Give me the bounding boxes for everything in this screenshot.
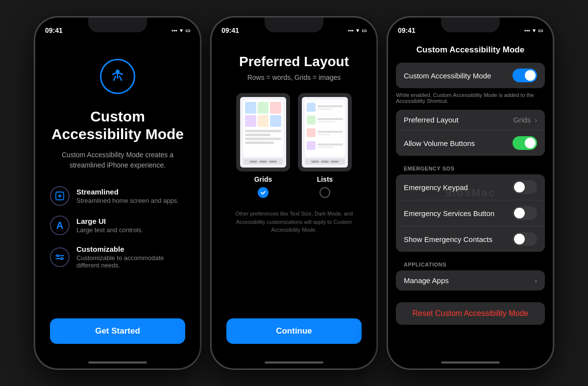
emergency-keypad-label: Emergency Keypad — [404, 183, 468, 192]
emergency-section-header: EMERGENCY SOS — [388, 160, 553, 174]
settings-row-emergency-keypad: Emergency Keypad — [396, 174, 545, 200]
settings-row-volume-buttons: Allow Volume Buttons — [396, 130, 545, 156]
reset-button[interactable]: Reset Custom Accessibility Mode — [396, 302, 545, 325]
settings-section-layout: Preferred Layout Grids › Allow Volume Bu… — [388, 110, 553, 156]
accessibility-icon — [100, 59, 135, 94]
phone1-subtitle: Custom Accessibility Mode creates a stre… — [50, 150, 185, 170]
preferred-layout-chevron-icon: › — [535, 116, 537, 124]
status-icons-3: ▪▪▪ ▾ ▭ — [524, 27, 543, 34]
power-button — [200, 96, 201, 135]
silent-button — [34, 76, 35, 92]
settings-group-emergency: Emergency Keypad Emergency Services Butt… — [396, 174, 545, 252]
lists-label: Lists — [317, 175, 333, 183]
phone-1-screen: 09:41 ▪▪▪ ▾ ▭ Custom Accessibility Mode — [35, 18, 200, 368]
emergency-keypad-toggle[interactable] — [513, 180, 537, 194]
signal-icon-2: ▪▪▪ — [348, 27, 354, 33]
home-indicator-1 — [88, 362, 147, 363]
volume-buttons-label: Allow Volume Buttons — [404, 139, 475, 147]
feature-large-ui: A Large UI Large text and controls. — [50, 216, 185, 235]
power-button-3 — [553, 96, 554, 135]
feature-customizable-desc: Customizable to accommodate different ne… — [76, 254, 185, 269]
lists-option[interactable]: Lists — [298, 93, 352, 198]
emergency-contacts-toggle[interactable] — [513, 232, 537, 246]
power-button-2 — [376, 96, 377, 135]
grids-screen — [240, 97, 286, 168]
phone-2: 09:41 ▪▪▪ ▾ ▭ Preferred Layout Rows = wo… — [211, 17, 377, 369]
custom-mode-toggle[interactable] — [513, 69, 537, 82]
volume-up-button — [34, 99, 35, 130]
grids-option[interactable]: Grids — [236, 93, 290, 198]
volume-up-button-2 — [211, 99, 212, 130]
feature-streamlined: Streamlined Streamlined home screen and … — [50, 186, 185, 206]
feature-list: Streamlined Streamlined home screen and … — [50, 186, 185, 269]
phone3-title: Custom Accessibility Mode — [388, 39, 553, 61]
status-time-1: 09:41 — [45, 26, 63, 34]
manage-apps-label: Manage Apps — [404, 276, 449, 285]
settings-row-custom-mode: Custom Accessibility Mode — [396, 63, 545, 88]
wifi-icon-3: ▾ — [533, 27, 536, 34]
home-indicator-3 — [441, 362, 500, 363]
phone-1: 09:41 ▪▪▪ ▾ ▭ Custom Accessibility Mode — [34, 17, 201, 369]
volume-up-button-3 — [387, 99, 388, 130]
status-bar-3: 09:41 ▪▪▪ ▾ ▭ — [388, 18, 553, 39]
grids-label: Grids — [254, 175, 272, 183]
settings-row-emergency-services: Emergency Services Button — [396, 200, 545, 226]
applications-section-header: APPLICATIONS — [388, 256, 553, 270]
grids-radio[interactable] — [258, 187, 269, 198]
phone2-note: Other preferences like Text Size, Dark M… — [226, 210, 362, 234]
streamlined-icon — [50, 186, 70, 206]
wifi-icon: ▾ — [180, 27, 183, 34]
signal-icon-3: ▪▪▪ — [524, 27, 530, 33]
volume-down-button-3 — [387, 137, 388, 169]
continue-button[interactable]: Continue — [226, 318, 362, 344]
grids-preview — [236, 93, 290, 171]
settings-row-emergency-contacts: Show Emergency Contacts — [396, 226, 545, 252]
signal-icon: ▪▪▪ — [172, 27, 177, 33]
settings-row-manage-apps[interactable]: Manage Apps › — [396, 270, 545, 290]
feature-customizable-text: Customizable Customizable to accommodate… — [76, 245, 185, 269]
layout-options: Grids — [236, 93, 352, 198]
feature-streamlined-name: Streamlined — [76, 188, 179, 196]
manage-apps-chevron-icon: › — [535, 277, 537, 285]
silent-button-2 — [211, 76, 212, 92]
feature-large-ui-name: Large UI — [76, 217, 143, 225]
battery-icon-2: ▭ — [362, 27, 367, 34]
volume-buttons-toggle[interactable] — [513, 136, 537, 150]
phone-3: 09:41 ▪▪▪ ▾ ▭ Custom Accessibility Mode … — [387, 17, 554, 369]
large-ui-icon: A — [50, 216, 70, 235]
status-bar-1: 09:41 ▪▪▪ ▾ ▭ — [35, 18, 200, 39]
battery-icon: ▭ — [185, 27, 190, 34]
feature-customizable: Customizable Customizable to accommodate… — [50, 245, 185, 269]
status-bar-2: 09:41 ▪▪▪ ▾ ▭ — [212, 18, 376, 39]
get-started-button[interactable]: Get Started — [50, 318, 185, 344]
settings-row-preferred-layout[interactable]: Preferred Layout Grids › — [396, 110, 545, 130]
emergency-services-toggle[interactable] — [513, 206, 537, 220]
feature-customizable-name: Customizable — [76, 245, 185, 253]
volume-down-button — [34, 137, 35, 169]
settings-group-main: Custom Accessibility Mode — [396, 63, 545, 88]
phone-2-content: Preferred Layout Rows = words, Grids = i… — [212, 39, 376, 368]
status-icons-1: ▪▪▪ ▾ ▭ — [172, 27, 190, 34]
feature-streamlined-desc: Streamlined home screen and apps. — [76, 197, 179, 204]
custom-mode-sublabel: While enabled, Custom Accessibility Mode… — [388, 92, 553, 109]
emergency-contacts-label: Show Emergency Contacts — [404, 235, 492, 243]
custom-mode-label: Custom Accessibility Mode — [404, 72, 491, 80]
status-icons-2: ▪▪▪ ▾ ▭ — [348, 27, 367, 34]
settings-section-emergency: EMERGENCY SOS Emergency Keypad Emergency… — [388, 160, 553, 252]
emergency-services-label: Emergency Services Button — [404, 209, 494, 217]
lists-radio[interactable] — [319, 187, 330, 198]
phone-1-content: Custom Accessibility Mode Custom Accessi… — [35, 39, 200, 368]
phone2-subtitle: Rows = words, Grids = images — [247, 73, 341, 81]
settings-section-main: Custom Accessibility Mode While enabled,… — [388, 63, 553, 109]
customizable-icon — [50, 247, 70, 267]
preferred-layout-label: Preferred Layout — [404, 116, 459, 124]
feature-streamlined-text: Streamlined Streamlined home screen and … — [76, 188, 179, 204]
feature-large-ui-desc: Large text and controls. — [76, 226, 143, 234]
lists-preview — [298, 93, 352, 171]
lists-screen — [302, 97, 348, 168]
status-time-3: 09:41 — [398, 26, 416, 34]
phones-container: 09:41 ▪▪▪ ▾ ▭ Custom Accessibility Mode — [34, 17, 554, 369]
phone-2-screen: 09:41 ▪▪▪ ▾ ▭ Preferred Layout Rows = wo… — [212, 18, 376, 368]
preferred-layout-value: Grids — [513, 116, 531, 124]
phone-3-content: Custom Accessibility Mode Custom Accessi… — [388, 39, 553, 368]
